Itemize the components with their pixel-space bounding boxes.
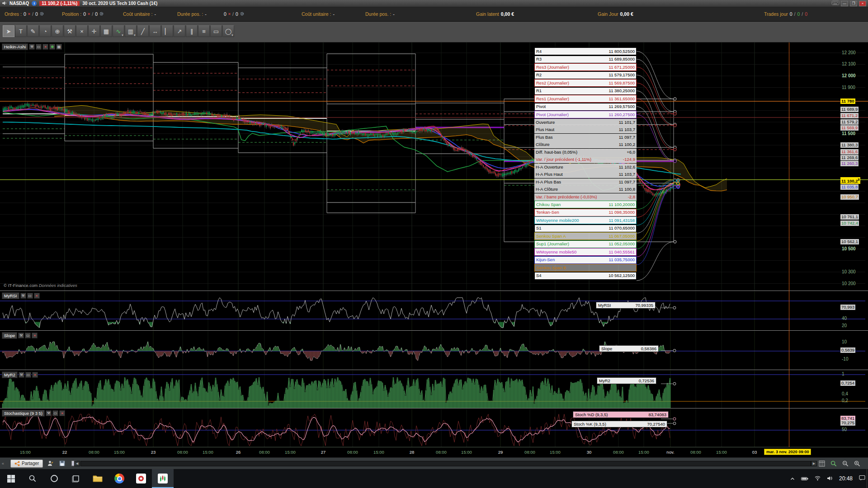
price-level-row[interactable]: Pivot (Journalier)11 260,27500 (534, 111, 637, 118)
cursor-tool[interactable]: ➤ (3, 25, 14, 37)
prorealtime-app-button[interactable] (152, 469, 174, 488)
price-level-row[interactable]: Kijun-Sen11 035,75000 (534, 256, 637, 264)
price-level-row[interactable]: Chikou Span11 100,20000 (534, 201, 637, 208)
restore-button[interactable]: ❐ (850, 1, 857, 6)
chrome-button[interactable] (108, 469, 130, 488)
chart-style-tool[interactable]: ▥▼ (125, 25, 137, 37)
chip-close-icon[interactable]: × (34, 293, 40, 299)
horizontal-scrollbar[interactable] (80, 461, 811, 466)
chip-settings-icon[interactable]: ⚒ (19, 372, 24, 378)
scroll-right-button[interactable]: ▶ (811, 461, 817, 466)
broker-app-button[interactable] (130, 469, 152, 488)
parallel-lines-tool[interactable]: ∥ (186, 25, 198, 37)
line-tool[interactable]: ╱ (137, 25, 149, 37)
indicator-panel-1[interactable]: MyRSI⚒▭×MyRSI70,9933570,9934020 (0, 291, 868, 330)
notification-icon[interactable] (859, 474, 865, 483)
chip-window-icon[interactable]: ▭ (25, 372, 31, 378)
order-settings-icon[interactable] (40, 11, 44, 17)
chip-close-icon[interactable]: × (59, 410, 65, 416)
chip-close-icon[interactable]: × (32, 372, 38, 378)
scroll-left-button[interactable]: ◀ (74, 461, 80, 466)
sound-alert-icon[interactable] (2, 1, 7, 6)
price-level-row[interactable]: R411 800,52500 (534, 47, 637, 55)
sessions-grid-icon[interactable] (817, 460, 826, 468)
minimize-button[interactable]: — (841, 1, 848, 6)
task-view-button[interactable] (65, 469, 87, 488)
share-button[interactable]: Partager (10, 460, 43, 468)
price-level-row[interactable]: R111 380,25000 (534, 87, 637, 95)
price-level-row[interactable]: R211 579,17500 (534, 71, 637, 79)
chip-settings-icon[interactable]: ⚒ (18, 333, 24, 338)
zoom-tool[interactable]: ⊕ (52, 25, 63, 37)
collapse-left-icon[interactable]: « (2, 461, 4, 466)
battery-icon[interactable] (801, 474, 808, 483)
fibonacci-tool[interactable]: ≡ (198, 25, 210, 37)
close-button[interactable]: × (859, 1, 866, 6)
price-level-row[interactable]: Res1 (Journalier)11 361,65000 (534, 95, 637, 103)
info-icon[interactable]: i (32, 1, 37, 6)
taskbar-clock[interactable]: 20:48 (839, 475, 853, 482)
zoom-in-icon[interactable] (853, 460, 862, 468)
alert-tool[interactable]: ◔ (39, 25, 51, 37)
volume-icon[interactable] (827, 474, 833, 483)
settings-tool[interactable]: ⚒ (64, 25, 75, 37)
price-level-row[interactable]: S410 562,12500 (534, 272, 637, 280)
ellipse-tool[interactable]: ◯▼ (222, 25, 234, 37)
chip-window-icon[interactable]: ▭ (36, 44, 42, 50)
price-level-row[interactable]: Tenkan-Sen11 098,35000 (534, 209, 637, 216)
chip-settings-icon[interactable]: ⚒ (29, 44, 35, 50)
indicator-panel-3[interactable]: MyR2⚒▭×MyR20,7253610,72540,40,2 (0, 370, 868, 408)
text-tool[interactable]: T (15, 25, 27, 37)
price-level-row[interactable]: Senkou Span B (534, 264, 637, 272)
wifi-icon[interactable] (815, 474, 821, 483)
keyboard-icon[interactable] (832, 1, 839, 6)
price-level-row[interactable]: S111 070,65000 (534, 225, 637, 232)
trend-line-tool[interactable]: ↗ (174, 25, 185, 37)
file-explorer-button[interactable] (87, 469, 108, 488)
rectangle-tool[interactable]: ▭ (210, 25, 222, 37)
draw-tool[interactable]: ✎ (27, 25, 39, 37)
chip-window-icon[interactable]: ▭ (25, 333, 31, 338)
price-level-row[interactable]: Res2 (Journalier)11 569,87500 (534, 79, 637, 87)
order-settings-icon[interactable] (99, 11, 104, 17)
delete-drawing-tool[interactable]: × (76, 25, 88, 37)
chip-settings-icon[interactable]: ⚒ (20, 293, 26, 299)
price-level-row[interactable]: Senkou Span A11 067,05000 (534, 232, 637, 240)
indicator-panel-2[interactable]: Slope⚒▭×Slope0,58386100,5839-10 (0, 330, 868, 370)
save-icon[interactable] (57, 460, 66, 468)
user-notes-icon[interactable] (46, 460, 55, 468)
chip-window-icon[interactable]: ▭ (27, 293, 33, 299)
copyright-label: © IT-Finance.com Données indicatives (4, 283, 77, 288)
cortana-button[interactable] (43, 469, 65, 488)
search-button[interactable] (22, 469, 43, 488)
zoom-out-icon[interactable] (841, 460, 850, 468)
price-level-row[interactable]: Pivot11 269,57500 (534, 103, 637, 111)
cancel-orders-icon[interactable]: × (28, 12, 30, 16)
axis-level-badge: 10 562,1 (840, 239, 859, 244)
tray-expand-icon[interactable] (790, 474, 795, 483)
trash-tool[interactable]: ▦ (100, 25, 112, 37)
chip-settings-icon[interactable]: ⚒ (46, 410, 52, 416)
chip-window-icon[interactable]: ▭ (52, 410, 58, 416)
horizontal-line-tool[interactable]: ↔ (149, 25, 161, 37)
start-button[interactable] (0, 469, 22, 488)
price-level-row[interactable]: WMoyenne mobile5011 040,55561 (534, 248, 637, 256)
indicators-tool[interactable]: ∿▼ (113, 25, 124, 37)
chip-grid-icon[interactable]: ▦ (56, 44, 62, 50)
order-settings-icon[interactable] (240, 11, 244, 17)
price-level-row[interactable]: WMoyenne mobile20011 091,43158 (534, 216, 637, 224)
chip-close-icon[interactable]: × (42, 44, 48, 50)
price-level-row[interactable]: Res3 (Journalier)11 671,25000 (534, 63, 637, 71)
chip-add-icon[interactable]: ⊕ (49, 44, 55, 50)
time-axis-label: 08:00 (347, 450, 358, 455)
price-level-row[interactable]: Sup1 (Journalier)11 052,05000 (534, 240, 637, 248)
chip-close-icon[interactable]: × (32, 333, 38, 338)
main-price-chart[interactable]: Heikin-Ashi ⚒ ▭ × ⊕ ▦ R411 800,52500R311… (0, 42, 868, 291)
indicator-panel-4[interactable]: Stochastique (9 3 5)⚒▭×Stoch %D (9,3,5)8… (0, 408, 868, 447)
price-level-row[interactable]: R311 689,85000 (534, 56, 637, 63)
zoom-auto-icon[interactable] (829, 460, 838, 468)
move-tool[interactable]: ✛ (88, 25, 100, 37)
cancel-orders-icon[interactable]: × (88, 12, 90, 16)
vertical-line-tool[interactable]: ▏ (161, 25, 173, 37)
cancel-orders-icon[interactable]: × (228, 12, 231, 16)
